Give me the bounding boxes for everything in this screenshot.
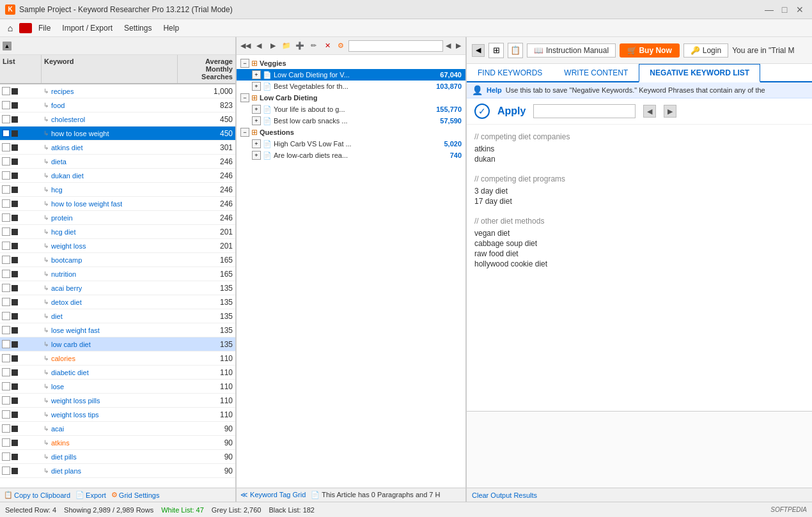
- row-checkbox[interactable]: [2, 410, 10, 419]
- item-expand-btn[interactable]: +: [252, 105, 261, 114]
- neg-nav-left[interactable]: ◀: [643, 105, 656, 118]
- middle-search-input[interactable]: [348, 40, 443, 52]
- neg-item[interactable]: dukan: [474, 154, 804, 164]
- table-row[interactable]: ↳food823: [0, 98, 235, 112]
- tree-item[interactable]: +📄Are low-carb diets rea...740: [237, 150, 465, 161]
- table-row[interactable]: ↳recipes1,000: [0, 84, 235, 98]
- neg-item[interactable]: vegan diet: [474, 228, 804, 238]
- row-checkbox[interactable]: [2, 87, 10, 95]
- keyword-text[interactable]: diabetic diet: [51, 369, 89, 376]
- keyword-text[interactable]: atkins: [51, 439, 70, 447]
- row-checkbox[interactable]: [2, 129, 10, 137]
- table-row[interactable]: ↳acai90: [0, 422, 235, 436]
- row-checkbox[interactable]: [2, 143, 10, 151]
- row-checkbox[interactable]: [2, 101, 10, 109]
- row-checkbox[interactable]: [2, 199, 10, 208]
- row-checkbox[interactable]: [2, 340, 10, 348]
- row-checkbox[interactable]: [2, 312, 10, 320]
- table-row[interactable]: ↳calories110: [0, 351, 235, 366]
- table-row[interactable]: ↳lose weight fast135: [0, 323, 235, 337]
- row-checkbox[interactable]: [2, 213, 10, 222]
- row-checkbox[interactable]: [2, 396, 10, 405]
- table-row[interactable]: ↳diabetic diet110: [0, 366, 235, 380]
- keyword-text[interactable]: dieta: [51, 158, 66, 166]
- tree-group-header[interactable]: −⊞Low Carb Dieting: [237, 92, 465, 104]
- keyword-text[interactable]: lose weight fast: [51, 327, 100, 334]
- tree-expand-btn[interactable]: −: [240, 93, 249, 102]
- table-row[interactable]: ↳atkins90: [0, 436, 235, 450]
- row-checkbox[interactable]: [2, 284, 10, 292]
- table-row[interactable]: ↳lose110: [0, 380, 235, 394]
- tree-expand-btn[interactable]: −: [240, 59, 249, 68]
- copy-to-clipboard-link[interactable]: 📋 Copy to Clipboard: [4, 491, 70, 499]
- keyword-text[interactable]: atkins diet: [51, 144, 83, 151]
- grid-icon-btn[interactable]: ⊞: [488, 43, 504, 58]
- neg-item[interactable]: cabbage soup diet: [474, 238, 804, 249]
- table-row[interactable]: ↳hcg246: [0, 183, 235, 197]
- row-checkbox[interactable]: [2, 171, 10, 180]
- table-row[interactable]: ↳cholesterol450: [0, 112, 235, 127]
- keyword-text[interactable]: how to lose weight: [51, 130, 109, 137]
- table-row[interactable]: ↳nutrition165: [0, 267, 235, 281]
- table-row[interactable]: ↳weight loss tips110: [0, 408, 235, 422]
- tree-group-header[interactable]: −⊞Questions: [237, 127, 465, 138]
- menu-import-export[interactable]: Import / Export: [57, 22, 118, 34]
- tab-find-keywords[interactable]: FIND KEYWORDS: [467, 64, 553, 81]
- right-nav-left[interactable]: ◀: [472, 44, 485, 57]
- table-row[interactable]: ↳how to lose weight fast246: [0, 197, 235, 211]
- tree-item[interactable]: +📄Low Carb Dieting for V...67,040: [237, 69, 465, 81]
- table-row[interactable]: ↳protein246: [0, 211, 235, 225]
- item-expand-btn[interactable]: +: [252, 116, 261, 125]
- neg-item[interactable]: hollywood cookie diet: [474, 259, 804, 269]
- tree-item[interactable]: +📄Your life is about to g...155,770: [237, 104, 465, 115]
- row-checkbox[interactable]: [2, 354, 10, 362]
- keyword-text[interactable]: how to lose weight fast: [51, 200, 122, 208]
- table-row[interactable]: ↳dieta246: [0, 155, 235, 169]
- keyword-text[interactable]: diet: [51, 313, 63, 320]
- row-checkbox[interactable]: [2, 382, 10, 390]
- table-row[interactable]: ↳how to lose weight450: [0, 127, 235, 141]
- tree-item[interactable]: +📄High Carb VS Low Fat ...5,020: [237, 138, 465, 150]
- table-row[interactable]: ↳diet pills90: [0, 450, 235, 464]
- clear-output-btn[interactable]: Clear Output Results: [472, 491, 537, 499]
- row-checkbox[interactable]: [2, 157, 10, 166]
- close-button[interactable]: ✕: [793, 3, 807, 17]
- mid-btn-add[interactable]: ➕: [293, 40, 306, 52]
- mid-btn-back[interactable]: ◀◀: [239, 40, 252, 52]
- scroll-up-btn[interactable]: ▲: [3, 42, 12, 50]
- table-row[interactable]: ↳atkins diet301: [0, 141, 235, 155]
- row-checkbox[interactable]: [2, 368, 10, 376]
- item-expand-btn[interactable]: +: [252, 151, 261, 160]
- keyword-text[interactable]: recipes: [51, 88, 74, 95]
- table-row[interactable]: ↳acai berry135: [0, 281, 235, 295]
- neg-item[interactable]: raw food diet: [474, 249, 804, 259]
- instruction-manual-btn[interactable]: 📖 Instruction Manual: [527, 43, 616, 58]
- tree-item[interactable]: +📄Best low carb snacks ...57,590: [237, 115, 465, 127]
- export-link[interactable]: 📄 Export: [75, 491, 106, 499]
- table-row[interactable]: ↳weight loss pills110: [0, 394, 235, 408]
- menu-help[interactable]: Help: [158, 22, 184, 34]
- keyword-text[interactable]: acai berry: [51, 284, 82, 292]
- keyword-text[interactable]: weight loss: [51, 242, 86, 250]
- neg-item[interactable]: 17 day diet: [474, 196, 804, 206]
- keyword-text[interactable]: protein: [51, 214, 73, 222]
- keyword-text[interactable]: nutrition: [51, 270, 76, 278]
- minimize-button[interactable]: —: [762, 3, 776, 17]
- neg-item[interactable]: 3 day diet: [474, 186, 804, 196]
- row-checkbox[interactable]: [2, 424, 10, 433]
- mid-btn-prev[interactable]: ◀: [253, 40, 265, 52]
- row-checkbox[interactable]: [2, 256, 10, 264]
- row-checkbox[interactable]: [2, 270, 10, 278]
- neg-item[interactable]: atkins: [474, 144, 804, 154]
- apply-button[interactable]: Apply: [497, 105, 526, 117]
- row-checkbox[interactable]: [2, 242, 10, 250]
- row-checkbox[interactable]: [2, 452, 10, 461]
- keyword-text[interactable]: hcg: [51, 186, 63, 194]
- item-expand-btn[interactable]: +: [252, 82, 261, 91]
- table-row[interactable]: ↳diet plans90: [0, 464, 235, 478]
- tree-expand-btn[interactable]: −: [240, 128, 249, 137]
- table-row[interactable]: ↳weight loss201: [0, 239, 235, 253]
- neg-nav-right[interactable]: ▶: [664, 105, 676, 118]
- login-btn[interactable]: 🔑 Login: [683, 43, 728, 58]
- table-row[interactable]: ↳detox diet135: [0, 295, 235, 309]
